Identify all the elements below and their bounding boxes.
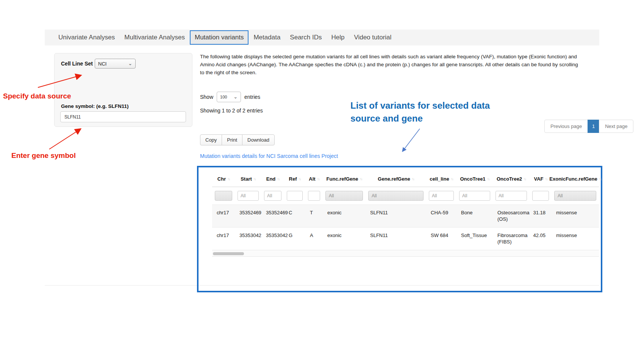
column-header-gene-refgene[interactable]: Gene.refGene↑↓ <box>366 176 426 182</box>
sort-icon[interactable]: ↑↓ <box>227 177 230 181</box>
tab-metadata[interactable]: Metadata <box>249 30 285 45</box>
tab-mutation-variants[interactable]: Mutation variants <box>190 30 249 45</box>
scrollbar-thumb[interactable] <box>213 252 244 255</box>
controls-panel: Cell Line Set NCI ⌄ Gene symbol: (e.g. S… <box>54 53 192 127</box>
sort-icon[interactable]: ↑↓ <box>412 177 414 181</box>
column-header-alt[interactable]: Alt↑↓ <box>305 176 323 182</box>
top-navbar: Univariate Analyses Multivariate Analyse… <box>45 30 599 45</box>
tab-video-tutorial[interactable]: Video tutorial <box>349 30 396 45</box>
column-header-vaf[interactable]: VAF↑↓ <box>530 176 552 182</box>
export-button-group: Copy Print Download <box>200 134 275 145</box>
filter-select-exonicfunc-refgene[interactable]: All <box>554 191 596 201</box>
column-label: Start <box>241 176 252 182</box>
download-button[interactable]: Download <box>242 134 275 145</box>
column-header-oncotree1[interactable]: OncoTree1↑↓ <box>456 176 493 182</box>
entries-per-page-select[interactable]: 100 ⌄ <box>217 92 241 102</box>
print-button[interactable]: Print <box>222 134 242 145</box>
column-header-chr[interactable]: Chr↑↓ <box>212 176 235 182</box>
table-cell: 42.05 <box>530 228 552 250</box>
filter-select-gene-refgene[interactable]: All <box>368 191 424 201</box>
table-row[interactable]: chr17 35353042 35353042 G A exonic SLFN1… <box>212 227 599 250</box>
filter-input-vaf[interactable] <box>532 191 549 201</box>
column-header-oncotree2[interactable]: OncoTree2↑↓ <box>493 176 530 182</box>
sort-icon[interactable]: ↑↓ <box>451 177 453 181</box>
column-label: VAF <box>534 176 543 182</box>
column-label: cell_line <box>430 176 449 182</box>
specify-data-source-note: Specify data source <box>3 92 71 100</box>
table-cell: exonic <box>323 228 366 250</box>
filter-select-chr[interactable] <box>215 191 232 201</box>
cell-line-set-row: Cell Line Set NCI ⌄ <box>61 59 136 69</box>
column-header-func-refgene[interactable]: Func.refGene↑↓ <box>323 176 366 182</box>
gene-symbol-label: Gene symbol: (e.g. SLFN11) <box>61 103 129 109</box>
table-cell: 35353042 <box>235 228 261 250</box>
cell-line-set-select[interactable]: NCI ⌄ <box>95 59 136 69</box>
filter-select-func-refgene[interactable]: All <box>325 191 363 201</box>
table-cell: exonic <box>323 205 366 227</box>
table-header-row: Chr↑↓ Start↑↓ End↑↓ Ref↑↓ Alt↑↓ Func.ref… <box>212 171 599 187</box>
sort-icon[interactable]: ↑↓ <box>599 177 601 181</box>
sort-icon[interactable]: ↑↓ <box>545 177 547 181</box>
table-cell: SW 684 <box>426 228 456 250</box>
table-cell: SLFN11 <box>366 205 426 227</box>
current-page-button[interactable]: 1 <box>588 120 599 133</box>
copy-button[interactable]: Copy <box>200 134 222 145</box>
sort-icon[interactable]: ↑↓ <box>487 177 489 181</box>
previous-page-button[interactable]: Previous page <box>544 120 588 133</box>
tab-help[interactable]: Help <box>327 30 349 45</box>
tab-univariate-analyses[interactable]: Univariate Analyses <box>54 30 119 45</box>
cell-line-set-label: Cell Line Set <box>61 61 93 67</box>
tab-multivariate-analyses[interactable]: Multivariate Analyses <box>120 30 189 45</box>
column-header-exonicfunc-refgene[interactable]: ExonicFunc.refGene↑↓ <box>552 176 599 182</box>
entries-label: entries <box>244 94 260 100</box>
table-title-link[interactable]: Mutation variants details for NCI Sarcom… <box>200 153 338 159</box>
chevron-down-icon: ⌄ <box>128 62 132 66</box>
sort-icon[interactable]: ↑↓ <box>277 177 279 181</box>
table-cell: C <box>284 205 305 227</box>
filter-input-oncotree2[interactable] <box>496 191 527 201</box>
next-page-button[interactable]: Next page <box>599 120 633 133</box>
column-header-start[interactable]: Start↑↓ <box>235 176 261 182</box>
sort-icon[interactable]: ↑↓ <box>360 177 362 181</box>
table-row[interactable]: chr17 35352469 35352469 C T exonic SLFN1… <box>212 204 599 227</box>
gene-symbol-input[interactable] <box>60 111 186 122</box>
column-header-cell-line[interactable]: cell_line↑↓ <box>426 176 456 182</box>
horizontal-scrollbar[interactable] <box>212 250 599 257</box>
filter-input-ref[interactable] <box>287 191 303 201</box>
filter-input-oncotree1[interactable] <box>459 191 490 201</box>
table-cell: Soft_Tissue <box>456 228 493 250</box>
sort-icon[interactable]: ↑↓ <box>298 177 300 181</box>
table-cell: 35353042 <box>261 228 284 250</box>
table-cell: missense <box>552 205 599 227</box>
filter-input-end[interactable] <box>264 191 281 201</box>
column-label: ExonicFunc.refGene <box>549 176 597 182</box>
filter-input-start[interactable] <box>238 191 259 201</box>
filter-input-cell-line[interactable] <box>429 191 454 201</box>
table-description: The following table displays the selecte… <box>200 53 580 76</box>
table-cell: G <box>284 228 305 250</box>
enter-gene-symbol-arrow <box>49 129 80 149</box>
sort-icon[interactable]: ↑↓ <box>524 177 526 181</box>
table-cell: A <box>305 228 323 250</box>
tab-search-ids[interactable]: Search IDs <box>285 30 326 45</box>
showing-entries-status: Showing 1 to 2 of 2 entries <box>200 108 263 114</box>
column-header-end[interactable]: End↑↓ <box>261 176 284 182</box>
column-label: Gene.refGene <box>378 176 410 182</box>
table-cell: missense <box>552 228 599 250</box>
list-of-variants-note: List of variants for selected data sourc… <box>350 99 502 125</box>
table-cell: Fibrosarcoma (FIBS) <box>493 228 530 250</box>
show-label: Show <box>200 94 213 100</box>
entries-per-page-value: 100 <box>220 95 227 99</box>
variants-table: Chr↑↓ Start↑↓ End↑↓ Ref↑↓ Alt↑↓ Func.ref… <box>212 171 599 257</box>
column-header-ref[interactable]: Ref↑↓ <box>284 176 305 182</box>
column-label: Ref <box>289 176 297 182</box>
sort-icon[interactable]: ↑↓ <box>317 177 319 181</box>
variants-annotation-arrow <box>403 129 420 151</box>
column-label: Alt <box>309 176 315 182</box>
sort-icon[interactable]: ↑↓ <box>253 177 256 181</box>
cell-line-set-value: NCI <box>98 61 106 67</box>
filter-input-alt[interactable] <box>308 191 320 201</box>
table-cell: CHA-59 <box>426 205 456 227</box>
table-cell: 35352469 <box>235 205 261 227</box>
table-cell: 35352469 <box>261 205 284 227</box>
